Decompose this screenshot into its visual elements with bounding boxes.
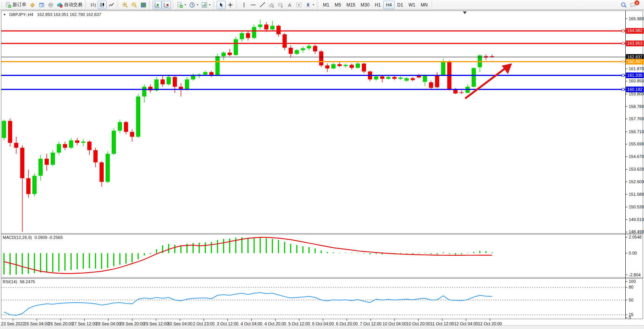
candle-body: [380, 76, 384, 79]
search-button[interactable]: [619, 1, 628, 9]
line-end-handle[interactable]: [622, 61, 624, 63]
tf-d1-button[interactable]: D1: [395, 1, 406, 9]
equidistant-channel-button[interactable]: E: [267, 1, 276, 9]
auto-trading-button[interactable]: 自动交易: [55, 1, 84, 9]
line-end-handle[interactable]: [622, 88, 624, 90]
zoom-out-button[interactable]: [130, 1, 139, 9]
collapse-icon[interactable]: ▼: [3, 13, 6, 16]
chevron-down-icon[interactable]: ▾: [209, 3, 210, 6]
tf-m5-button[interactable]: M5: [332, 1, 344, 9]
price-badge-label: 161.335: [627, 73, 642, 77]
chart-shift-button[interactable]: [162, 1, 171, 9]
group-grip-handle[interactable]: [150, 2, 151, 8]
rsi-indicator-label: RSI(14) 58.2476: [3, 279, 35, 284]
text-button[interactable]: A: [285, 1, 294, 9]
zoom-in-button[interactable]: [120, 1, 130, 9]
price-badge-label: 163.953: [627, 41, 642, 45]
candle-body: [124, 122, 128, 132]
chart-window[interactable]: 165.980161.870160.850159.800158.780157.7…: [0, 10, 644, 325]
price-tick-label: 158.780: [629, 104, 644, 109]
button-label: 自动交易: [64, 2, 82, 8]
time-tick-label: 28 Sep 04:00: [96, 321, 120, 326]
new-chart-icon: [177, 2, 183, 8]
new-order-button[interactable]: 新订单: [4, 1, 28, 9]
indicators-icon: [201, 2, 207, 8]
button-label: MN: [421, 2, 428, 8]
zoom-out-icon: [131, 2, 137, 8]
candle-body: [215, 56, 220, 75]
tf-m30-button[interactable]: M30: [358, 1, 372, 9]
periods-button[interactable]: ▾: [188, 1, 200, 9]
vertical-line-button[interactable]: [239, 1, 249, 9]
price-tick-label: 159.800: [629, 92, 644, 96]
candle-body: [173, 77, 177, 87]
candle-body: [325, 65, 329, 68]
time-tick-label: 4 Oct 20:00: [265, 321, 286, 326]
tf-m1-button[interactable]: M1: [320, 1, 332, 9]
new-chart-button[interactable]: ▾: [175, 1, 188, 9]
line-end-handle[interactable]: [622, 42, 624, 45]
notifications-button[interactable]: 1: [628, 1, 641, 9]
bar-chart-mode-button[interactable]: [88, 1, 98, 9]
group-grip-handle[interactable]: [214, 2, 215, 8]
candle-body: [154, 79, 159, 90]
group-grip-handle[interactable]: [86, 2, 87, 8]
svg-text:E: E: [273, 5, 275, 8]
group-grip-handle[interactable]: [118, 2, 119, 8]
market-watch-button[interactable]: [28, 1, 37, 9]
button-label: W1: [408, 2, 415, 8]
price-chart[interactable]: 165.980161.870160.850159.800158.780157.7…: [0, 10, 644, 325]
crosshair-button[interactable]: [226, 1, 235, 9]
tf-h4-button[interactable]: H4: [383, 1, 394, 9]
tile-windows-icon: [140, 2, 146, 8]
group-grip-handle[interactable]: [318, 2, 319, 8]
line-end-handle[interactable]: [622, 74, 624, 76]
text-label-button[interactable]: T: [294, 1, 304, 9]
fibonacci-button[interactable]: F: [276, 1, 285, 9]
line-chart-mode-button[interactable]: [107, 1, 116, 9]
clock-icon: [189, 2, 195, 8]
tf-w1-button[interactable]: W1: [406, 1, 418, 9]
time-tick-label: 27 Sep 12:00: [72, 321, 97, 326]
indicators-button[interactable]: ▾: [200, 1, 212, 9]
price-tick-label: 151.580: [629, 192, 644, 197]
news-broadcast-button[interactable]: [46, 1, 55, 9]
tf-mn-button[interactable]: MN: [418, 1, 430, 9]
chevron-down-icon[interactable]: ▾: [197, 3, 198, 6]
candle-body: [356, 64, 360, 68]
group-grip-handle[interactable]: [237, 2, 238, 8]
candle-body: [344, 65, 348, 66]
rsi-value: 58.2476: [20, 279, 35, 284]
candle-body: [45, 159, 49, 165]
group-grip-handle[interactable]: [173, 2, 174, 8]
chevron-down-icon[interactable]: ▾: [185, 3, 186, 6]
tf-m15-button[interactable]: M15: [344, 1, 358, 9]
chevron-down-icon[interactable]: ▾: [313, 3, 314, 6]
candle-body: [331, 64, 336, 68]
auto-scroll-button[interactable]: [153, 1, 162, 9]
cursor-button[interactable]: [217, 1, 226, 9]
price-tick-label: 149.510: [629, 217, 644, 222]
candle-body: [301, 48, 305, 50]
data-window-button[interactable]: [37, 1, 46, 9]
arrows-button[interactable]: ▾: [304, 1, 316, 9]
candle-body: [142, 87, 146, 97]
horizontal-line-button[interactable]: [249, 1, 258, 9]
toolbar-group: 新订单自动交易: [1, 0, 85, 10]
candle-body: [2, 121, 6, 138]
trendline-button[interactable]: [258, 1, 267, 9]
line-end-handle[interactable]: [622, 30, 624, 32]
tile-windows-button[interactable]: [139, 1, 148, 9]
zoom-in-icon: [122, 2, 128, 8]
tf-h1-button[interactable]: H1: [372, 1, 383, 9]
candle-chart-mode-button[interactable]: [98, 1, 107, 9]
price-tick-label: 161.870: [629, 66, 644, 71]
broadcast-icon: [48, 2, 54, 8]
time-tick-label: 7 Oct 12:00: [360, 321, 382, 326]
toolbar-group: EFAT▾: [236, 0, 317, 10]
group-grip-handle[interactable]: [1, 2, 3, 8]
candle-body: [246, 33, 250, 38]
candle-body: [39, 159, 43, 176]
time-tick-label: 10 Oct 04:00: [382, 321, 406, 326]
rsi-tick-label: 0: [629, 315, 631, 320]
